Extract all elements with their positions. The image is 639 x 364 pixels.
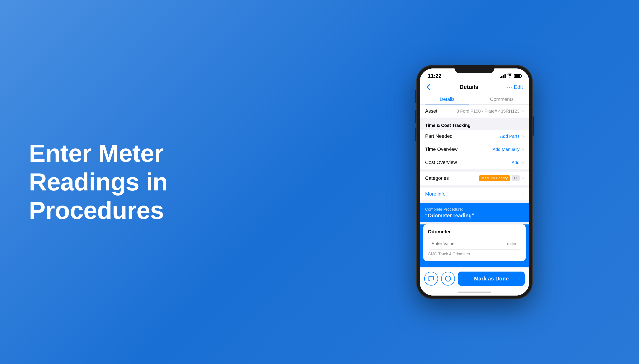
battery-fill bbox=[515, 75, 520, 77]
part-needed-chevron-icon: › bbox=[522, 133, 524, 139]
odometer-card: Odometer miles GMC Truck 4 Odometer bbox=[423, 224, 526, 261]
more-info-chevron-icon: › bbox=[522, 191, 524, 197]
procedure-section: Complete Procedure: “Odometer reading” bbox=[420, 203, 529, 222]
edit-button[interactable]: Edit bbox=[514, 84, 523, 90]
more-info-label: More info bbox=[425, 191, 446, 197]
comment-button[interactable] bbox=[424, 272, 438, 286]
page-title: Details bbox=[460, 84, 478, 90]
cost-overview-chevron-icon: › bbox=[522, 160, 524, 165]
odometer-sublabel: GMC Truck 4 Odometer bbox=[428, 252, 521, 256]
home-indicator-bar bbox=[458, 292, 491, 293]
phone-screen: 11:22 bbox=[420, 68, 529, 296]
categories-label: Categories bbox=[425, 175, 449, 181]
cost-overview-action: Add › bbox=[512, 160, 524, 165]
categories-row[interactable]: Categories Medium Priority +1 › bbox=[420, 172, 529, 185]
odometer-container: Odometer miles GMC Truck 4 Odometer bbox=[420, 224, 529, 267]
home-indicator bbox=[420, 290, 529, 296]
part-needed-label: Part Needed bbox=[425, 133, 453, 139]
asset-chevron-icon: › bbox=[522, 108, 524, 114]
hero-title: Enter Meter Readings in Procedures bbox=[29, 139, 185, 225]
asset-value: 3 Ford F150 · Plate# 435RH123 › bbox=[456, 108, 524, 114]
more-info-row[interactable]: More info › bbox=[420, 188, 529, 200]
status-time: 11:22 bbox=[428, 73, 441, 79]
categories-chevron-icon: › bbox=[522, 175, 524, 181]
procedure-title: “Odometer reading” bbox=[425, 213, 524, 219]
phone-device: 11:22 bbox=[417, 65, 532, 299]
timer-button[interactable] bbox=[441, 272, 455, 286]
bottom-action-bar: Mark as Done bbox=[420, 268, 529, 290]
tab-details[interactable]: Details bbox=[420, 93, 474, 104]
status-icons bbox=[500, 74, 521, 79]
battery-icon bbox=[514, 74, 521, 78]
more-options-button[interactable]: ··· bbox=[507, 84, 512, 90]
categories-value: Medium Priority +1 › bbox=[479, 175, 524, 181]
cost-overview-label: Cost Overview bbox=[425, 160, 457, 165]
cost-overview-row[interactable]: Cost Overview Add › bbox=[420, 156, 529, 169]
time-overview-action: Add Manually › bbox=[492, 146, 524, 152]
priority-badge: Medium Priority bbox=[479, 175, 510, 181]
asset-label: Asset bbox=[425, 108, 437, 114]
nav-actions: ··· Edit bbox=[507, 84, 523, 90]
time-cost-section: Part Needed Add Parts › Time Overview Ad… bbox=[420, 130, 529, 169]
scroll-content: Asset 3 Ford F150 · Plate# 435RH123 › Ti… bbox=[420, 105, 529, 268]
time-overview-label: Time Overview bbox=[425, 146, 458, 152]
part-needed-row[interactable]: Part Needed Add Parts › bbox=[420, 130, 529, 143]
time-cost-header: Time & Cost Tracking bbox=[420, 120, 529, 130]
part-needed-action: Add Parts › bbox=[500, 133, 524, 139]
extra-badge: +1 bbox=[512, 175, 519, 181]
back-button[interactable] bbox=[426, 84, 431, 90]
odometer-title: Odometer bbox=[428, 229, 521, 235]
signal-icon bbox=[500, 74, 506, 78]
tab-comments[interactable]: Comments bbox=[474, 93, 529, 104]
phone-showcase: 11:22 bbox=[328, 65, 639, 299]
signal-bar-1 bbox=[500, 77, 501, 78]
time-overview-chevron-icon: › bbox=[522, 146, 524, 152]
procedure-prefix-label: Complete Procedure: bbox=[425, 207, 524, 212]
asset-section: Asset 3 Ford F150 · Plate# 435RH123 › bbox=[420, 105, 529, 118]
odometer-unit-label: miles bbox=[503, 238, 521, 249]
hero-section: Enter Meter Readings in Procedures bbox=[0, 139, 328, 225]
signal-bar-4 bbox=[504, 74, 506, 78]
mark-as-done-button[interactable]: Mark as Done bbox=[458, 272, 525, 286]
nav-bar: Details ··· Edit bbox=[420, 81, 529, 93]
time-overview-row[interactable]: Time Overview Add Manually › bbox=[420, 143, 529, 156]
categories-section: Categories Medium Priority +1 › bbox=[420, 172, 529, 185]
wifi-icon bbox=[507, 74, 512, 79]
odometer-input[interactable] bbox=[428, 238, 503, 249]
signal-bar-3 bbox=[503, 75, 504, 78]
tab-bar: Details Comments bbox=[420, 93, 529, 105]
odometer-input-row: miles bbox=[428, 238, 521, 250]
phone-notch bbox=[454, 65, 494, 73]
asset-row[interactable]: Asset 3 Ford F150 · Plate# 435RH123 › bbox=[420, 105, 529, 118]
signal-bar-2 bbox=[501, 76, 502, 78]
